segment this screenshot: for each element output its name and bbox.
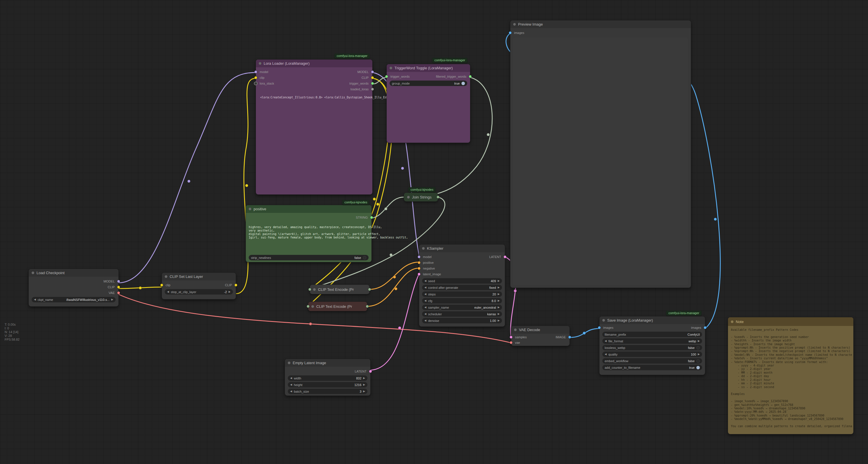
conditioning-output-port[interactable] bbox=[368, 288, 371, 291]
lora-stack-input-port[interactable] bbox=[254, 82, 257, 85]
collapse-dot-icon[interactable] bbox=[165, 275, 167, 278]
node-titlebar[interactable]: Empty Latent Image bbox=[285, 359, 370, 367]
collapse-dot-icon[interactable] bbox=[731, 320, 734, 323]
next-arrow-icon[interactable]: ▶ bbox=[363, 377, 365, 379]
negative-input-port[interactable] bbox=[418, 267, 420, 270]
steps-widget[interactable]: ◀steps20▶ bbox=[422, 291, 502, 297]
string-output-port[interactable] bbox=[370, 216, 373, 219]
next-arrow-icon[interactable]: ▶ bbox=[498, 319, 500, 322]
clip-input-port[interactable] bbox=[254, 77, 257, 79]
collapse-dot-icon[interactable] bbox=[313, 288, 316, 291]
collapse-dot-icon[interactable] bbox=[514, 328, 517, 331]
toggle-off-icon[interactable] bbox=[696, 359, 700, 363]
collapse-dot-icon[interactable] bbox=[390, 67, 392, 69]
clip-output-port[interactable] bbox=[235, 284, 237, 287]
prev-arrow-icon[interactable]: ◀ bbox=[424, 313, 426, 315]
lora-syntax-text[interactable]: <lora:CreateConcept_Illustrious:0.8> <lo… bbox=[260, 96, 404, 99]
prev-arrow-icon[interactable]: ◀ bbox=[34, 298, 36, 301]
inputs-collapsed-port[interactable] bbox=[309, 288, 311, 291]
collapse-dot-icon[interactable] bbox=[259, 62, 261, 65]
prev-arrow-icon[interactable]: ◀ bbox=[424, 286, 426, 289]
trigger-words-input-port[interactable] bbox=[385, 76, 388, 78]
prev-arrow-icon[interactable]: ◀ bbox=[604, 340, 607, 342]
node-triggerword-toggle[interactable]: TriggerWord Toggle (LoraManager) trigger… bbox=[387, 64, 470, 143]
toggle-on-icon[interactable] bbox=[696, 366, 700, 369]
vae-input-port[interactable] bbox=[510, 341, 513, 344]
file-format-widget[interactable]: ◀file_formatwebp▶ bbox=[602, 338, 702, 344]
model-output-port[interactable] bbox=[371, 71, 374, 74]
node-titlebar[interactable]: Preview Image bbox=[510, 21, 691, 28]
positive-input-port[interactable] bbox=[418, 261, 420, 264]
trigger-words-output-port[interactable] bbox=[371, 82, 374, 85]
width-widget[interactable]: ◀width832▶ bbox=[288, 375, 367, 381]
next-arrow-icon[interactable]: ▶ bbox=[498, 286, 500, 289]
node-preview-image[interactable]: Preview Image images bbox=[510, 21, 691, 288]
node-ksampler[interactable]: KSampler model LATENT positive negative … bbox=[419, 244, 505, 326]
prev-arrow-icon[interactable]: ◀ bbox=[424, 299, 426, 302]
height-widget[interactable]: ◀height1216▶ bbox=[288, 382, 367, 387]
node-titlebar[interactable]: VAE Decode bbox=[511, 326, 569, 334]
node-titlebar[interactable]: Lora Loader (LoraManager) bbox=[256, 60, 372, 67]
denoise-widget[interactable]: ◀denoise1.00▶ bbox=[422, 318, 502, 323]
collapse-dot-icon[interactable] bbox=[407, 196, 410, 199]
prev-arrow-icon[interactable]: ◀ bbox=[290, 377, 292, 379]
model-input-port[interactable] bbox=[418, 256, 420, 258]
toggle-off-icon[interactable] bbox=[696, 346, 700, 349]
node-clip-set-last-layer[interactable]: CLIP Set Last Layer clip CLIP ◀ stop_at_… bbox=[162, 273, 236, 299]
note-text[interactable]: Available filename_prefix Pattern Codes … bbox=[731, 328, 852, 432]
prev-arrow-icon[interactable]: ◀ bbox=[604, 353, 607, 355]
model-output-port[interactable] bbox=[117, 280, 120, 283]
model-input-port[interactable] bbox=[254, 71, 257, 74]
node-titlebar[interactable]: CLIP Set Last Layer bbox=[162, 273, 236, 281]
prompt-text[interactable]: highres, very detailed, amazing quality,… bbox=[249, 226, 408, 239]
filename-prefix-widget[interactable]: filename_prefixComfyUI bbox=[602, 332, 702, 337]
toggle-off-icon[interactable] bbox=[363, 256, 366, 259]
inputs-collapsed-port[interactable] bbox=[307, 305, 309, 308]
clip-input-port[interactable] bbox=[160, 284, 163, 287]
collapse-dot-icon[interactable] bbox=[602, 319, 605, 322]
cfg-widget[interactable]: ◀cfg8.0▶ bbox=[422, 298, 502, 303]
next-arrow-icon[interactable]: ▶ bbox=[698, 353, 700, 355]
node-positive-prompt[interactable]: positive STRING highres, very detailed, … bbox=[246, 205, 371, 262]
string-output-port[interactable] bbox=[437, 196, 439, 199]
lossless-webp-toggle-widget[interactable]: lossless_webpfalse bbox=[602, 345, 702, 350]
prev-arrow-icon[interactable]: ◀ bbox=[424, 306, 426, 309]
prev-arrow-icon[interactable]: ◀ bbox=[290, 390, 292, 393]
next-arrow-icon[interactable]: ▶ bbox=[498, 293, 500, 295]
conditioning-output-port[interactable] bbox=[366, 305, 369, 308]
collapse-dot-icon[interactable] bbox=[288, 361, 290, 364]
node-note[interactable]: Note Available filename_prefix Pattern C… bbox=[728, 317, 853, 434]
collapse-dot-icon[interactable] bbox=[513, 23, 516, 26]
stop-at-clip-layer-widget[interactable]: ◀ stop_at_clip_layer -2 ▶ bbox=[165, 289, 233, 295]
seed-widget[interactable]: ◀seed409▶ bbox=[422, 278, 502, 284]
node-graph-canvas[interactable]: T: 0.00s I: 0 N: 14 [14] V: 28 FPS:58.82… bbox=[0, 0, 868, 464]
next-arrow-icon[interactable]: ▶ bbox=[363, 383, 365, 386]
prev-arrow-icon[interactable]: ◀ bbox=[290, 383, 292, 386]
latent-output-port[interactable] bbox=[369, 370, 372, 373]
vae-output-port[interactable] bbox=[117, 292, 120, 294]
latent-output-port[interactable] bbox=[504, 256, 506, 258]
node-lora-loader[interactable]: Lora Loader (LoraManager) model MODEL cl… bbox=[256, 60, 372, 195]
node-vae-decode[interactable]: VAE Decode samples IMAGE vae bbox=[511, 326, 569, 346]
next-arrow-icon[interactable]: ▶ bbox=[498, 299, 500, 302]
filtered-trigger-words-output-port[interactable] bbox=[469, 76, 471, 78]
next-arrow-icon[interactable]: ▶ bbox=[111, 298, 113, 301]
node-titlebar[interactable]: Load Checkpoint bbox=[29, 269, 119, 277]
next-arrow-icon[interactable]: ▶ bbox=[363, 390, 365, 393]
node-titlebar[interactable]: KSampler bbox=[419, 244, 505, 252]
node-titlebar[interactable]: Save Image (LoraManager) bbox=[599, 316, 705, 324]
collapse-dot-icon[interactable] bbox=[32, 271, 34, 274]
clip-output-port[interactable] bbox=[117, 286, 120, 289]
node-save-image[interactable]: Save Image (LoraManager) images images f… bbox=[599, 316, 705, 375]
next-arrow-icon[interactable]: ▶ bbox=[498, 306, 500, 309]
node-titlebar[interactable]: TriggerWord Toggle (LoraManager) bbox=[387, 64, 470, 72]
next-arrow-icon[interactable]: ▶ bbox=[228, 291, 230, 293]
node-titlebar[interactable]: Note bbox=[728, 317, 853, 326]
batch-size-widget[interactable]: ◀batch_size3▶ bbox=[288, 388, 367, 394]
sampler-name-widget[interactable]: ◀sampler_nameeuler_ancestral▶ bbox=[422, 304, 502, 310]
collapse-dot-icon[interactable] bbox=[422, 247, 425, 250]
quality-widget[interactable]: ◀quality100▶ bbox=[602, 351, 702, 357]
node-titlebar[interactable]: positive bbox=[246, 205, 371, 213]
clip-output-port[interactable] bbox=[371, 77, 374, 79]
prev-arrow-icon[interactable]: ◀ bbox=[424, 293, 426, 295]
